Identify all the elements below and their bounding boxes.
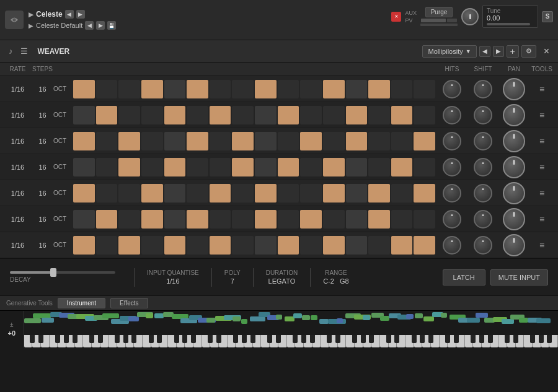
black-key[interactable]: [174, 335, 179, 343]
grid-cell-3-10[interactable]: [300, 158, 322, 176]
preset-prev-btn[interactable]: ◀: [85, 21, 94, 30]
instrument-next-btn[interactable]: ▶: [76, 10, 85, 19]
note-block-26[interactable]: [250, 316, 265, 321]
grid-cell-4-13[interactable]: [368, 184, 390, 203]
grid-cell-1-15[interactable]: [414, 106, 435, 124]
steps-val-0[interactable]: 16: [32, 85, 53, 93]
row-menu-btn-1[interactable]: ≡: [529, 110, 554, 120]
black-key[interactable]: [445, 335, 450, 343]
grid-cell-6-3[interactable]: [141, 236, 163, 255]
note-block-57[interactable]: [519, 318, 528, 323]
grid-cell-0-2[interactable]: [118, 80, 140, 98]
grid-cell-0-13[interactable]: [368, 80, 390, 98]
grid-cell-6-2[interactable]: [118, 236, 140, 255]
grid-cell-3-6[interactable]: [210, 158, 231, 176]
pan-knob-6[interactable]: [503, 234, 525, 256]
black-key[interactable]: [428, 335, 433, 343]
grid-cell-3-4[interactable]: [164, 158, 186, 176]
grid-cell-5-3[interactable]: [141, 210, 163, 229]
black-key[interactable]: [89, 335, 94, 343]
black-key[interactable]: [420, 335, 425, 343]
grid-cell-0-15[interactable]: [414, 80, 435, 98]
note-block-33[interactable]: [311, 315, 317, 320]
instrument-expand-icon[interactable]: ▶: [29, 11, 33, 18]
black-key[interactable]: [250, 335, 255, 343]
black-key[interactable]: [530, 335, 535, 343]
note-block-24[interactable]: [232, 316, 241, 321]
grid-cell-3-12[interactable]: [346, 158, 368, 176]
oct-val-2[interactable]: OcT: [53, 137, 72, 144]
grid-cell-1-4[interactable]: [164, 106, 186, 124]
grid-cell-6-15[interactable]: [414, 236, 435, 255]
black-key[interactable]: [394, 335, 399, 343]
hits-knob-5[interactable]: [443, 210, 461, 229]
grid-cell-6-1[interactable]: [96, 236, 118, 255]
oct-val-3[interactable]: Oct: [53, 163, 72, 170]
grid-cell-4-7[interactable]: [232, 184, 254, 203]
hits-knob-1[interactable]: [443, 106, 461, 124]
grid-cell-1-6[interactable]: [210, 106, 231, 124]
hits-knob-0[interactable]: [443, 80, 461, 98]
s-btn[interactable]: S: [542, 11, 553, 22]
grid-cell-4-5[interactable]: [187, 184, 208, 203]
close-window-btn[interactable]: ×: [391, 12, 401, 22]
grid-cell-5-12[interactable]: [346, 210, 368, 229]
black-key[interactable]: [479, 335, 484, 343]
grid-cell-0-6[interactable]: [210, 80, 231, 98]
tab-effects-btn[interactable]: Effects: [110, 298, 148, 308]
purge-btn[interactable]: Purge: [425, 7, 453, 17]
grid-cell-3-7[interactable]: [232, 158, 254, 176]
hits-knob-3[interactable]: [443, 158, 461, 176]
oct-val-5[interactable]: OcT: [53, 216, 72, 222]
black-key[interactable]: [38, 335, 43, 343]
grid-cell-4-2[interactable]: [118, 184, 140, 203]
preset-save-btn[interactable]: 💾: [107, 21, 116, 30]
rate-val-5[interactable]: 1/16: [4, 216, 32, 223]
tab-instrument-btn[interactable]: Instrument: [58, 298, 105, 308]
note-block-0[interactable]: [24, 318, 41, 323]
black-key[interactable]: [547, 335, 552, 343]
shift-knob-6[interactable]: [474, 236, 492, 255]
steps-val-2[interactable]: 16: [32, 137, 53, 145]
grid-cell-6-10[interactable]: [300, 236, 322, 255]
note-block-52[interactable]: [476, 313, 488, 318]
grid-cell-0-7[interactable]: [232, 80, 254, 98]
grid-cell-4-0[interactable]: [73, 184, 95, 203]
preset-expand-icon[interactable]: ▶: [29, 22, 33, 29]
grid-cell-0-9[interactable]: [278, 80, 299, 98]
grid-cell-3-5[interactable]: [187, 158, 208, 176]
note-block-14[interactable]: [146, 313, 153, 318]
grid-cell-5-14[interactable]: [391, 210, 413, 229]
grid-cell-6-5[interactable]: [187, 236, 208, 255]
grid-cell-0-5[interactable]: [187, 80, 208, 98]
grid-cell-4-12[interactable]: [346, 184, 368, 203]
black-key[interactable]: [208, 335, 213, 343]
pan-knob-5[interactable]: [503, 208, 525, 230]
preset-nav-left-btn[interactable]: ◀: [479, 46, 490, 57]
close-panel-btn[interactable]: ×: [541, 46, 552, 57]
grid-cell-1-7[interactable]: [232, 106, 254, 124]
preset-nav-right-btn[interactable]: ▶: [493, 46, 504, 57]
grid-cell-0-1[interactable]: [96, 80, 118, 98]
black-key[interactable]: [216, 335, 221, 343]
black-key[interactable]: [454, 335, 459, 343]
grid-cell-2-12[interactable]: [346, 132, 368, 150]
black-key[interactable]: [488, 335, 493, 343]
black-key[interactable]: [233, 335, 238, 343]
preset-dropdown-btn[interactable]: Mollipilosity ▼: [422, 45, 476, 58]
grid-cell-6-6[interactable]: [210, 236, 231, 255]
tune-knob[interactable]: [461, 8, 479, 25]
grid-cell-0-14[interactable]: [391, 80, 413, 98]
black-key[interactable]: [182, 335, 187, 343]
pan-knob-0[interactable]: [503, 78, 525, 100]
note-block-9[interactable]: [102, 313, 119, 318]
note-block-48[interactable]: [441, 313, 447, 318]
grid-cell-1-11[interactable]: [323, 106, 345, 124]
oct-val-1[interactable]: Oct: [53, 111, 72, 118]
grid-cell-1-9[interactable]: [278, 106, 299, 124]
grid-cell-4-4[interactable]: [164, 184, 186, 203]
steps-val-6[interactable]: 16: [32, 242, 53, 249]
pan-knob-2[interactable]: [503, 130, 525, 152]
grid-cell-3-13[interactable]: [368, 158, 390, 176]
menu-icon-btn[interactable]: ☰: [18, 45, 30, 57]
